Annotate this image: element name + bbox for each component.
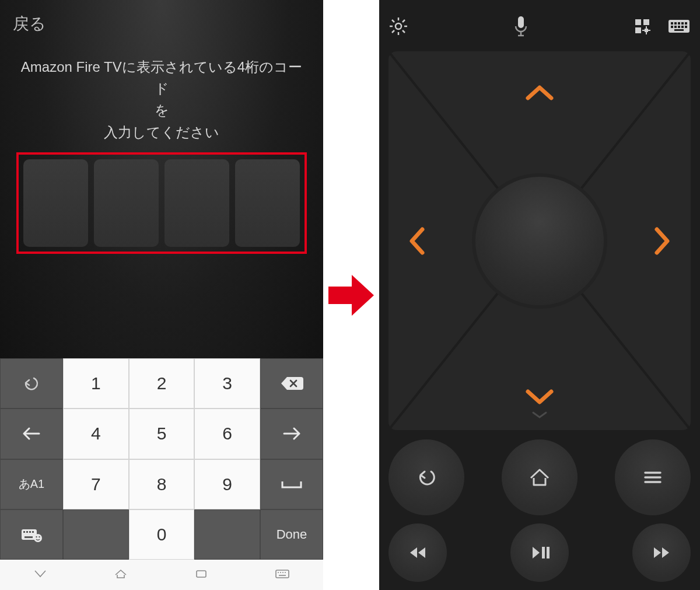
svg-rect-42 [678,26,680,28]
svg-line-23 [402,20,405,22]
svg-rect-5 [24,536,33,538]
pairing-msg-line3: 入力してください [104,124,219,140]
svg-rect-30 [635,27,641,33]
svg-rect-44 [685,26,687,28]
keypad-1[interactable]: 1 [63,358,129,409]
keypad-5[interactable]: 5 [129,409,195,459]
menu-button[interactable] [615,439,691,515]
svg-rect-38 [681,22,684,25]
arrow-right-red-icon [326,269,376,322]
controls-row-2 [388,523,691,582]
svg-rect-9 [197,571,206,577]
dpad-right[interactable] [652,225,672,257]
svg-rect-51 [542,547,545,558]
svg-line-24 [392,30,394,33]
keypad-0[interactable]: 0 [129,509,195,560]
settings-icon[interactable] [388,16,408,36]
nav-keyboard-icon[interactable] [274,568,290,582]
back-button[interactable]: 戻る [13,13,310,35]
svg-rect-2 [26,531,28,533]
keypad-2[interactable]: 2 [129,358,195,409]
svg-rect-35 [671,22,673,25]
home-button[interactable] [502,439,578,515]
svg-point-8 [38,536,40,537]
keypad-blank-left [63,509,129,560]
android-navbar [0,560,323,590]
keypad-blank-right [194,509,260,560]
remote-topbar [388,6,691,47]
done-button[interactable]: Done [260,509,323,560]
keypad-8[interactable]: 8 [129,459,195,509]
transition-arrow [323,0,379,590]
code-digit-3[interactable] [164,159,229,247]
remote-control-screen [379,0,700,590]
code-digit-4[interactable] [235,159,300,247]
svg-rect-10 [276,570,289,578]
svg-rect-28 [635,19,641,25]
arrow-right-icon[interactable] [260,409,323,459]
apps-icon[interactable] [634,18,652,35]
svg-line-21 [392,20,394,22]
code-digit-2[interactable] [94,159,159,247]
svg-rect-36 [674,22,677,25]
pairing-instruction-text: Amazon Fire TVに表示されている4桁のコード を 入力してください [18,56,306,143]
svg-rect-4 [32,531,34,533]
space-icon[interactable] [260,459,323,509]
back-button[interactable] [388,439,464,515]
pairing-code-screen: 戻る Amazon Fire TVに表示されている4桁のコード を 入力してくだ… [0,0,323,590]
svg-point-16 [396,23,401,29]
code-input-highlight [16,152,307,254]
svg-rect-40 [671,26,673,28]
svg-rect-1 [23,531,25,533]
arrow-left-icon[interactable] [0,409,63,459]
svg-rect-39 [685,22,687,25]
svg-rect-3 [29,531,31,533]
svg-rect-25 [518,16,524,28]
svg-point-6 [34,534,42,542]
svg-rect-29 [643,19,649,25]
chevron-down-icon [531,410,548,422]
svg-point-7 [36,536,37,537]
input-mode-toggle[interactable]: あA1 [0,459,63,509]
svg-line-22 [402,30,405,33]
emoji-keyboard-icon[interactable] [0,509,63,560]
keypad-3[interactable]: 3 [194,358,260,409]
keypad-4[interactable]: 4 [63,409,129,459]
rewind-button[interactable] [388,523,447,582]
nav-down-icon[interactable] [33,568,48,582]
dpad-select-button[interactable] [475,177,604,305]
undo-icon[interactable] [0,358,63,409]
code-digit-1[interactable] [23,159,88,247]
keypad-9[interactable]: 9 [194,459,260,509]
dpad-up[interactable] [523,83,556,103]
numeric-keypad: 1 2 3 4 5 6 あA1 7 8 9 [0,358,323,560]
keypad-6[interactable]: 6 [194,409,260,459]
mic-icon[interactable] [513,15,529,38]
svg-rect-43 [681,26,684,28]
svg-rect-45 [674,29,684,31]
dpad-left[interactable] [407,225,427,257]
keyboard-icon[interactable] [667,18,691,34]
svg-rect-37 [678,22,680,25]
pairing-msg-line2: を [155,102,169,118]
backspace-icon[interactable] [260,358,323,409]
pairing-top-panel: 戻る Amazon Fire TVに表示されている4桁のコード を 入力してくだ… [0,0,323,391]
nav-recent-icon[interactable] [194,568,209,582]
nav-home-icon[interactable] [113,568,128,582]
keypad-7[interactable]: 7 [63,459,129,509]
controls-row-1 [388,439,691,515]
fast-forward-button[interactable] [632,523,691,582]
play-pause-button[interactable] [510,523,569,582]
pairing-msg-line1: Amazon Fire TVに表示されている4桁のコード [21,59,302,96]
dpad-down[interactable] [523,387,556,407]
svg-rect-41 [674,26,677,28]
dpad-touchpad[interactable] [388,51,691,430]
svg-rect-52 [547,547,550,558]
